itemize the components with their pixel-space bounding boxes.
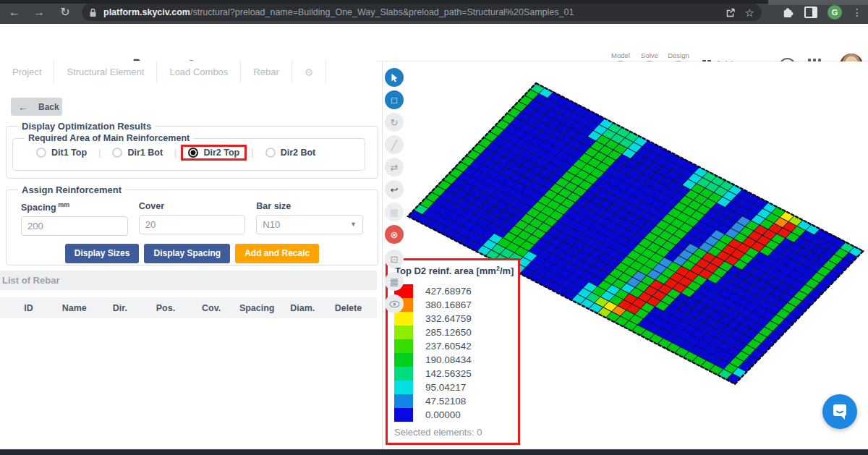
step-label: Design: [664, 51, 693, 59]
step-label: Solve: [635, 51, 664, 59]
required-area-legend: Required Area of Main Reinforcement: [25, 133, 193, 143]
radio-label: Dir2 Bot: [281, 148, 316, 158]
column-header-diam-[interactable]: Diam.: [280, 303, 326, 313]
legend-value: 380.16867: [413, 299, 472, 310]
legend-entry: 0.00000: [394, 408, 472, 422]
column-header-spacing[interactable]: Spacing: [234, 303, 280, 313]
browser-reload-button[interactable]: ↻: [56, 4, 74, 21]
tab-structural-element[interactable]: Structural Element: [54, 61, 157, 83]
legend-value: 0.00000: [413, 409, 461, 420]
column-header-pos-[interactable]: Pos.: [142, 303, 188, 313]
radio-label: Dir1 Bot: [127, 148, 163, 158]
browser-profile-avatar[interactable]: G: [827, 5, 842, 20]
spacing-input[interactable]: [21, 216, 128, 236]
legend-value: 47.52108: [413, 396, 466, 407]
chat-launcher-button[interactable]: [822, 394, 857, 429]
radio-dir2-top[interactable]: Dir2 Top: [181, 145, 247, 161]
column-header-dir-[interactable]: Dir.: [97, 303, 142, 313]
legend-swatch: [394, 353, 413, 367]
chat-bubble-icon: [830, 402, 849, 421]
legend-value: 285.12650: [413, 327, 472, 338]
radio-dir2-bot[interactable]: Dir2 Bot: [258, 145, 323, 161]
share-icon[interactable]: [726, 7, 738, 18]
legend-color-scale: 427.68976380.16867332.64759285.12650237.…: [394, 284, 472, 422]
radio-circle: [112, 148, 122, 158]
cover-input[interactable]: [139, 215, 246, 234]
display-spacing-button[interactable]: Display Spacing: [144, 244, 230, 263]
window-tool[interactable]: ⊡: [385, 250, 404, 268]
browser-menu-icon[interactable]: ⋮: [852, 4, 862, 21]
display-sizes-button[interactable]: Display Sizes: [65, 244, 140, 263]
assign-fields-row: Spacing mmCoverBar sizeN10▼: [15, 200, 369, 236]
radio-dit1-top[interactable]: Dit1 Top: [29, 145, 94, 161]
radio-dir1-bot[interactable]: Dir1 Bot: [105, 145, 170, 161]
rebar-panel: ← Back Display Optimization Results Requ…: [0, 83, 377, 449]
field-spacing: Spacing mm: [21, 201, 128, 236]
rotate-tool[interactable]: ↻: [385, 113, 404, 132]
select-value: N10: [263, 219, 280, 230]
assign-buttons-row: Display SizesDisplay SpacingAdd and Reca…: [15, 244, 369, 263]
legend-value: 142.56325: [413, 368, 472, 379]
results-legend-highlight-box: Top D2 reinf. area [mm2/m] 427.68976380.…: [386, 258, 520, 445]
required-area-fieldset: Required Area of Main Reinforcement Dit1…: [12, 133, 365, 171]
legend-value: 427.68976: [413, 286, 472, 297]
box-select-tool[interactable]: □: [385, 90, 404, 109]
radio-circle: [36, 148, 46, 158]
back-arrow-icon: ←: [18, 101, 28, 113]
tab-settings-gear-icon[interactable]: ⚙: [292, 61, 327, 83]
display-optimization-legend: Display Optimization Results: [18, 121, 155, 132]
extensions-puzzle-icon[interactable]: [781, 6, 794, 19]
field-cover: Cover: [139, 201, 246, 236]
legend-entry: 285.12650: [394, 326, 472, 339]
field-label: Cover: [139, 201, 246, 211]
snap-grid-tool[interactable]: ▦: [385, 203, 404, 221]
eye-icon: [389, 300, 400, 308]
legend-entry: 427.68976: [394, 284, 472, 298]
address-bar[interactable]: platform.skyciv.com/structural?preload_n…: [82, 4, 762, 21]
back-button[interactable]: ← Back: [11, 98, 62, 116]
bookmark-star-icon[interactable]: ☆: [745, 7, 754, 18]
radio-label: Dit1 Top: [51, 148, 87, 158]
legend-value: 95.04217: [413, 382, 466, 393]
add-and-recalc-button[interactable]: Add and Recalc: [235, 244, 319, 263]
column-header-delete[interactable]: Delete: [326, 303, 371, 313]
rebar-table-header: IDNameDir.Pos.Cov.SpacingDiam.Delete: [0, 297, 377, 318]
column-header-cov-[interactable]: Cov.: [189, 303, 234, 313]
legend-entry: 332.64759: [394, 312, 472, 326]
cursor-icon: [390, 73, 399, 82]
selected-elements-label: Selected elements: 0: [394, 427, 482, 438]
field-label: Spacing mm: [21, 201, 128, 213]
tab-bar: ProjectStructural ElementLoad CombosReba…: [0, 61, 377, 84]
browser-back-button[interactable]: ←: [6, 4, 23, 21]
model-viewer[interactable]: Top D2 reinf. area [mm2/m] 427.68976380.…: [382, 61, 868, 449]
url-text: platform.skyciv.com/structural?preload_n…: [103, 7, 719, 17]
legend-entry: 380.16867: [394, 298, 472, 312]
browser-forward-button[interactable]: →: [30, 4, 48, 21]
tab-load-combos[interactable]: Load Combos: [157, 61, 241, 83]
legend-swatch: [394, 326, 413, 339]
side-panel-icon[interactable]: [804, 7, 817, 18]
mesh-grid-tool[interactable]: ▦: [385, 272, 404, 291]
undo-tool[interactable]: ↩: [385, 180, 404, 199]
select-tool[interactable]: [385, 68, 404, 87]
column-header-name[interactable]: Name: [51, 303, 97, 313]
legend-title: Top D2 reinf. area [mm2/m]: [395, 265, 514, 276]
browser-toolbar: ← → ↻ platform.skyciv.com/structural?pre…: [0, 0, 868, 24]
tab-rebar[interactable]: Rebar: [241, 61, 292, 83]
radio-circle: [265, 148, 276, 158]
legend-swatch: [394, 408, 413, 422]
dimension-tool[interactable]: ╱: [385, 135, 404, 154]
list-of-rebar-header: List of Rebar: [0, 271, 377, 290]
close-results-button[interactable]: ⊗: [385, 225, 404, 244]
legend-swatch: [394, 312, 413, 326]
swap-axes-tool[interactable]: ⇄: [385, 158, 404, 177]
assign-reinforcement-fieldset: Assign Reinforcement Spacing mmCoverBar …: [6, 184, 378, 265]
bar-size-select[interactable]: N10▼: [256, 215, 363, 234]
legend-swatch: [394, 339, 413, 353]
visibility-tool[interactable]: [385, 294, 404, 313]
tab-project[interactable]: Project: [0, 61, 54, 83]
legend-entry: 47.52108: [394, 394, 472, 408]
radio-separator: |: [98, 147, 101, 158]
column-header-id[interactable]: ID: [6, 303, 51, 313]
field-label: Bar size: [256, 201, 363, 211]
